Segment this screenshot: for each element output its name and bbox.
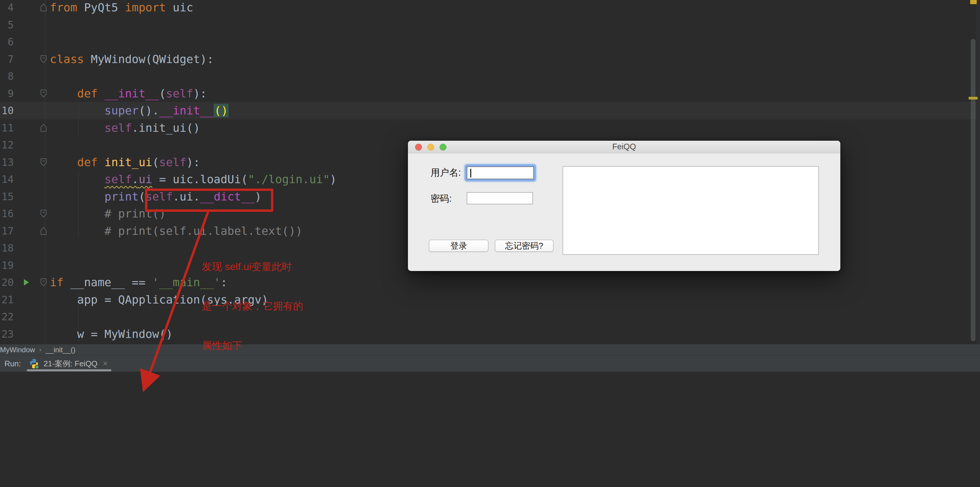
error-stripe-column: [977, 0, 980, 344]
gutter-row: 6: [0, 33, 49, 51]
gutter-row: 11: [0, 119, 49, 137]
line-number: 23: [0, 325, 14, 343]
annotation-note-line: 是一个对象，它拥有的: [202, 299, 303, 313]
fold-marker-icon[interactable]: [40, 3, 47, 12]
gutter-row: 5: [0, 16, 49, 34]
breadcrumb-method[interactable]: __init__(): [46, 346, 75, 354]
warning-stripe-mark[interactable]: [969, 97, 978, 99]
line-number: 4: [0, 0, 14, 16]
line-number: 10: [0, 102, 14, 119]
line-number: 13: [0, 153, 14, 171]
fold-marker-icon[interactable]: [40, 278, 47, 287]
password-input[interactable]: [467, 192, 533, 204]
gutter-row: 18: [0, 240, 49, 257]
run-tool-window-header: Run: 21-案例: FeiQQ ×: [0, 355, 980, 372]
breadcrumb-class[interactable]: MyWindow: [0, 346, 35, 354]
gutter-row: 21: [0, 291, 49, 308]
line-number: 19: [0, 257, 14, 274]
line-number: 20: [0, 274, 14, 291]
forgot-password-button[interactable]: 忘记密码?: [495, 240, 554, 252]
line-number: 22: [0, 308, 14, 325]
console-horizontal-scrollbar[interactable]: [27, 369, 111, 371]
python-icon: [29, 358, 40, 369]
code-line-23: w = MyWindow(): [50, 325, 173, 343]
password-label: 密码:: [431, 192, 452, 205]
gutter-row: 19: [0, 257, 49, 274]
tab-close-icon[interactable]: ×: [103, 359, 108, 368]
run-line-icon[interactable]: [23, 278, 30, 286]
dialog-titlebar[interactable]: FeiQQ: [408, 141, 840, 153]
annotation-note-line: 属性如下: [202, 339, 303, 352]
fold-marker-icon[interactable]: [40, 227, 47, 235]
line-number: 5: [0, 16, 14, 34]
line-number: 6: [0, 33, 14, 51]
gutter-row: 20: [0, 274, 49, 291]
gutter-row: 10: [0, 102, 49, 119]
fold-marker-icon[interactable]: [40, 158, 47, 167]
code-line-10: super().__init__(): [50, 102, 229, 119]
inspection-status-square[interactable]: [970, 0, 977, 4]
line-number: 9: [0, 85, 14, 102]
breadcrumb: MyWindow › __init__(): [0, 344, 980, 355]
line-number: 8: [0, 67, 14, 85]
feiqq-dialog: FeiQQ 用户名: 密码: 登录 忘记密码?: [408, 141, 840, 271]
username-label: 用户名:: [431, 166, 461, 179]
run-label: Run:: [5, 355, 21, 372]
fold-marker-icon[interactable]: [40, 209, 47, 218]
line-number: 15: [0, 188, 14, 205]
code-line-4: from PyQt5 import uic: [50, 0, 193, 16]
line-number: 18: [0, 240, 14, 257]
text-browser[interactable]: [563, 166, 819, 255]
code-line-20: if __name__ == '__main__':: [50, 274, 228, 291]
gutter-row: 14: [0, 171, 49, 188]
gutter-row: 16: [0, 205, 49, 222]
gutter-row: 9: [0, 85, 49, 102]
annotation-note: 发现 self.ui变量此时 是一个对象，它拥有的 属性如下: [202, 234, 303, 378]
gutter-row: 17: [0, 222, 49, 240]
gutter-row: 23: [0, 325, 49, 343]
login-button[interactable]: 登录: [429, 240, 488, 252]
annotation-note-line: 发现 self.ui变量此时: [202, 260, 303, 273]
line-number: 14: [0, 171, 14, 188]
line-number: 11: [0, 119, 14, 137]
text-caret: [470, 169, 471, 177]
gutter-row: 12: [0, 136, 49, 153]
line-number: 21: [0, 291, 14, 308]
breadcrumb-separator-icon: ›: [39, 346, 41, 354]
code-line-13: def init_ui(self):: [50, 153, 200, 171]
editor-vertical-scrollbar[interactable]: [971, 39, 975, 341]
gutter-row: 4: [0, 0, 49, 16]
dialog-title: FeiQQ: [408, 141, 840, 153]
username-field-inner[interactable]: [467, 166, 534, 179]
code-line-11: self.init_ui(): [50, 119, 200, 137]
gutter-row: 7: [0, 51, 49, 68]
username-input[interactable]: [465, 164, 536, 181]
gutter-row: 22: [0, 308, 49, 325]
ide-window: 4567891011121314151617181920212223 from …: [0, 0, 980, 487]
run-console[interactable]: /Users/codetutor.top/python_virtual_env/…: [0, 372, 980, 487]
gutter-row: 15: [0, 188, 49, 205]
code-line-14: self.ui = uic.loadUi("./login.ui"): [50, 171, 337, 188]
code-line-9: def __init__(self):: [50, 85, 207, 102]
fold-marker-icon[interactable]: [40, 55, 47, 64]
gutter-row: 13: [0, 153, 49, 171]
run-tab-title: 21-案例: FeiQQ: [44, 359, 98, 369]
line-number: 12: [0, 136, 14, 153]
gutter-row: 8: [0, 67, 49, 85]
line-number: 7: [0, 51, 14, 68]
annotation-box-code: [145, 188, 274, 212]
line-number: 16: [0, 205, 14, 222]
fold-marker-icon[interactable]: [40, 123, 47, 133]
line-number: 17: [0, 222, 14, 240]
fold-marker-icon[interactable]: [40, 89, 47, 98]
code-line-7: class MyWindow(QWidget):: [50, 51, 214, 68]
